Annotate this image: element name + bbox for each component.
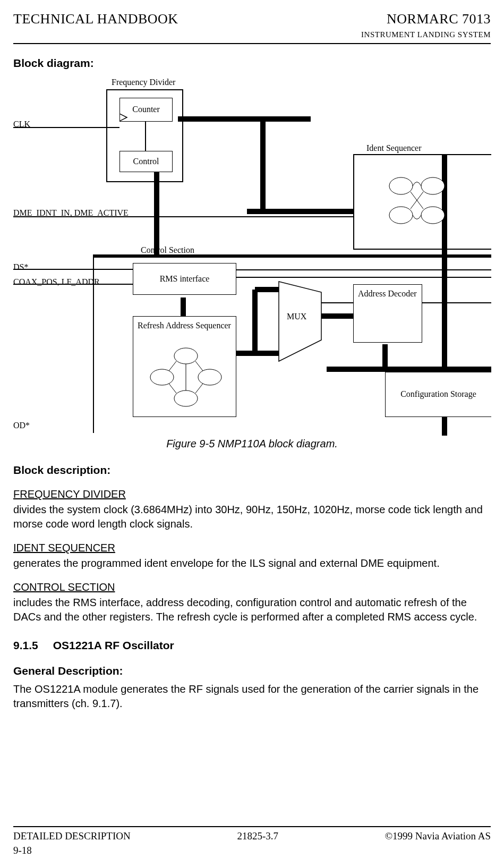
label-od: OD* [13,420,30,431]
para-frequency-divider: divides the system clock (3.6864MHz) int… [13,503,491,531]
header-right: NORMARC 7013 INSTRUMENT LANDING SYSTEM [361,10,491,40]
subhead-ident-sequencer: IDENT SEQUENCER [13,541,491,555]
label-mux: MUX [287,311,306,322]
block-diagram-title: Block diagram: [13,56,491,71]
label-address-decoder: Address Decoder [358,289,417,298]
label-rms: RMS interface [160,273,210,285]
label-control-section: Control Section [141,244,194,256]
svg-line-35 [195,361,203,371]
block-description-title: Block description: [13,463,491,478]
svg-point-26 [421,207,445,224]
general-description-body: The OS1221A module generates the RF sign… [13,682,491,711]
connector-counter-control [144,122,147,151]
subhead-frequency-divider: FREQUENCY DIVIDER [13,487,491,502]
svg-point-30 [174,348,198,364]
svg-line-36 [169,384,176,393]
footer-rule [13,826,491,827]
svg-point-31 [150,369,174,385]
footer-center: 21825-3.7 [237,829,278,843]
svg-point-25 [389,207,413,224]
para-control-section: includes the RMS interface, address deco… [13,596,491,624]
page-header: TECHNICAL HANDBOOK NORMARC 7013 INSTRUME… [13,10,491,40]
label-coax: COAX_POS, LF_ADDR [13,276,100,288]
svg-point-24 [421,177,445,194]
figure-caption: Figure 9-5 NMP110A block diagram. [13,437,491,451]
label-frequency-divider: Frequency Divider [112,76,175,88]
state-graph-icon [374,173,459,231]
label-counter: Counter [132,104,160,115]
general-description-title: General Description: [13,664,491,678]
svg-line-37 [195,384,203,393]
svg-marker-21 [119,114,127,121]
label-refresh-sequencer: Refresh Address Sequencer [138,321,231,330]
svg-line-34 [169,361,176,371]
header-subtitle: INSTRUMENT LANDING SYSTEM [361,29,491,40]
footer-page-number: 9-18 [13,844,491,857]
state-graph-icon-2 [143,345,228,409]
svg-point-23 [389,177,413,194]
box-address-decoder: Address Decoder [353,284,422,343]
header-rule [13,43,491,44]
svg-point-32 [198,369,221,385]
label-ds: DS* [13,261,28,273]
label-dme: DME_IDNT_IN, DME_ACTIVE [13,207,129,219]
section-number: 9.1.5 [13,638,38,653]
subhead-control-section: CONTROL SECTION [13,580,491,594]
footer-left: DETAILED DESCRIPTION [13,829,131,843]
para-ident-sequencer: generates the programmed ident envelope … [13,556,491,571]
label-configuration-storage: Configuration Storage [400,388,476,400]
header-product: NORMARC 7013 [361,10,491,28]
label-clk: CLK [13,118,30,130]
box-configuration-storage: Configuration Storage [385,372,491,417]
section-heading-9-1-5: 9.1.5 OS1221A RF Oscillator [13,638,491,653]
clock-triangle-icon [119,114,130,122]
header-left: TECHNICAL HANDBOOK [13,10,178,40]
svg-point-33 [174,390,198,406]
label-control: Control [133,156,159,167]
box-rms-interface: RMS interface [133,263,236,295]
section-title-text: OS1221A RF Oscillator [53,638,174,653]
label-ident-sequencer: Ident Sequencer [366,142,422,154]
page-footer: DETAILED DESCRIPTION 21825-3.7 ©1999 Nav… [13,826,491,857]
document-page: TECHNICAL HANDBOOK NORMARC 7013 INSTRUME… [0,0,504,867]
footer-right: ©1999 Navia Aviation AS [385,829,491,843]
box-control: Control [119,151,173,172]
block-diagram: Frequency Divider Counter Control CLK DM… [13,74,491,436]
